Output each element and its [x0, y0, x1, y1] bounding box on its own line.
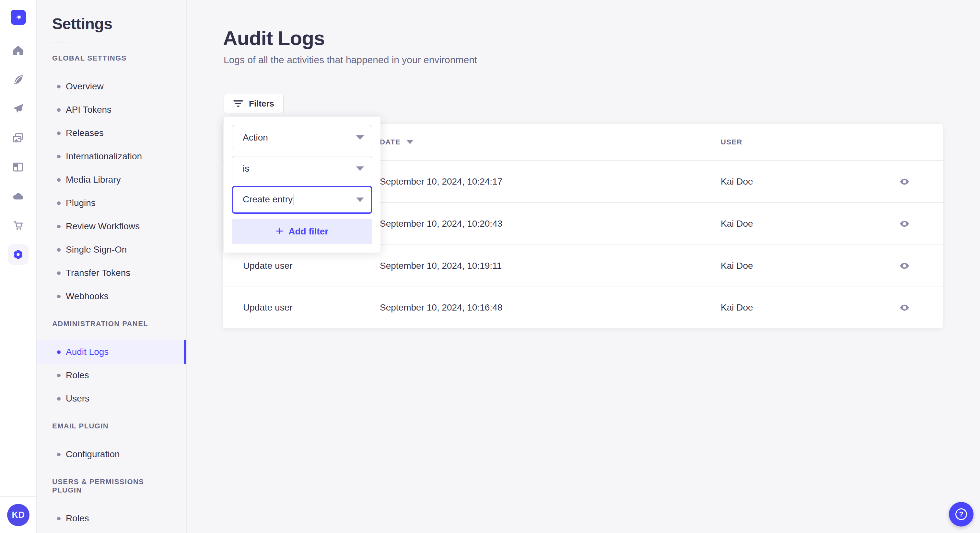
- paper-plane-icon: [12, 102, 25, 115]
- question-mark-icon: ?: [955, 508, 967, 520]
- view-log-button[interactable]: [898, 302, 911, 313]
- add-filter-button[interactable]: + Add filter: [232, 219, 372, 244]
- sidebar-item-deploy[interactable]: [8, 186, 29, 206]
- sidebar-item-media-library[interactable]: [8, 128, 29, 148]
- filter-icon: [233, 100, 243, 108]
- user-avatar[interactable]: KD: [7, 504, 30, 526]
- sidebar-item-api-tokens[interactable]: API Tokens: [37, 98, 186, 121]
- main-nav-rail: KD: [0, 0, 37, 533]
- text-cursor: [294, 194, 294, 205]
- bullet-icon: [57, 155, 60, 159]
- sidebar-item-plugins[interactable]: Plugins: [37, 191, 186, 215]
- media-library-icon: [12, 132, 25, 144]
- sort-descending-icon[interactable]: [406, 140, 414, 144]
- strapi-logo[interactable]: [11, 10, 26, 25]
- filter-value-combobox[interactable]: Create entry: [232, 186, 372, 214]
- chevron-down-icon: [356, 198, 364, 202]
- bullet-icon: [57, 132, 60, 135]
- filters-button[interactable]: Filters: [224, 94, 283, 113]
- table-row: Update user September 10, 2024, 10:16:48…: [223, 287, 943, 328]
- sidebar-item-home[interactable]: [8, 40, 29, 61]
- eye-icon: [900, 220, 909, 227]
- filter-value-text: Create entry: [243, 194, 294, 206]
- filters-button-label: Filters: [249, 99, 274, 109]
- sidebar-item-admin-users[interactable]: Users: [37, 387, 186, 410]
- section-title-global-settings: GLOBAL SETTINGS: [52, 54, 173, 62]
- sidebar-item-settings[interactable]: [8, 244, 29, 265]
- nav-item-label: Overview: [66, 81, 104, 92]
- cell-date: September 10, 2024, 10:16:48: [380, 303, 721, 313]
- sidebar-item-internationalization[interactable]: Internationalization: [37, 145, 186, 168]
- sidebar-item-admin-roles[interactable]: Roles: [37, 364, 186, 387]
- layout-icon: [12, 160, 25, 174]
- sidebar-item-transfer-tokens[interactable]: Transfer Tokens: [37, 261, 186, 285]
- bullet-icon: [57, 351, 60, 354]
- sidebar-item-review-workflows[interactable]: Review Workflows: [37, 215, 186, 238]
- nav-item-label: Roles: [66, 370, 89, 381]
- sidebar-item-audit-logs[interactable]: Audit Logs: [37, 340, 186, 364]
- view-log-button[interactable]: [898, 260, 911, 271]
- filter-operator-value: is: [243, 163, 249, 174]
- eye-icon: [900, 178, 909, 185]
- sidebar-item-overview[interactable]: Overview: [37, 75, 186, 98]
- column-header-user[interactable]: USER: [721, 138, 896, 146]
- bullet-icon: [57, 85, 60, 89]
- chevron-down-icon: [356, 167, 364, 171]
- nav-item-label: Media Library: [66, 174, 121, 185]
- sidebar-item-releases[interactable]: [8, 98, 29, 119]
- nav-item-label: Transfer Tokens: [66, 268, 130, 278]
- nav-item-label: Single Sign-On: [66, 244, 127, 255]
- nav-item-label: Internationalization: [66, 151, 142, 162]
- filter-field-select[interactable]: Action: [232, 125, 372, 150]
- sidebar-item-releases[interactable]: Releases: [37, 121, 186, 145]
- cell-user: Kai Doe: [721, 303, 896, 313]
- subnav-title: Settings: [52, 15, 186, 33]
- filters-popover: Action is Create entry + Add filter: [224, 117, 380, 252]
- bullet-icon: [57, 248, 60, 252]
- chevron-down-icon: [356, 135, 364, 140]
- add-filter-label: Add filter: [288, 226, 328, 237]
- nav-item-label: Roles: [66, 513, 89, 523]
- nav-item-label: Plugins: [66, 198, 95, 208]
- main-content: Audit Logs Logs of all the activities th…: [187, 0, 980, 533]
- column-header-date-label: DATE: [380, 138, 401, 146]
- eye-icon: [900, 304, 909, 311]
- section-title-users-permissions-plugin: USERS & PERMISSIONS PLUGIN: [52, 477, 173, 495]
- sidebar-item-marketplace[interactable]: [8, 215, 29, 236]
- bullet-icon: [57, 271, 60, 275]
- filter-field-value: Action: [243, 132, 268, 143]
- feather-icon: [12, 73, 25, 86]
- view-log-button[interactable]: [898, 218, 911, 229]
- cell-user: Kai Doe: [721, 261, 896, 271]
- nav-item-label: API Tokens: [66, 105, 111, 115]
- sidebar-item-webhooks[interactable]: Webhooks: [37, 285, 186, 308]
- nav-item-label: Webhooks: [66, 291, 108, 301]
- bullet-icon: [57, 225, 60, 228]
- nav-item-label: Configuration: [66, 449, 120, 460]
- settings-subnav: Settings GLOBAL SETTINGS Overview API To…: [37, 0, 187, 533]
- sidebar-item-media-library[interactable]: Media Library: [37, 168, 186, 191]
- bullet-icon: [57, 178, 60, 182]
- sidebar-item-up-roles[interactable]: Roles: [37, 507, 186, 530]
- sidebar-item-content-manager[interactable]: [8, 69, 29, 90]
- page-subtitle: Logs of all the activities that happened…: [224, 54, 477, 65]
- cell-user: Kai Doe: [721, 219, 896, 229]
- nav-item-label: Users: [66, 393, 89, 404]
- view-log-button[interactable]: [898, 176, 911, 187]
- bullet-icon: [57, 374, 60, 377]
- column-header-date[interactable]: DATE: [380, 138, 721, 146]
- rail-divider-bottom: [0, 497, 36, 497]
- bullet-icon: [57, 453, 60, 456]
- sidebar-item-single-sign-on[interactable]: Single Sign-On: [37, 238, 186, 261]
- sidebar-item-up-providers[interactable]: Providers: [37, 530, 186, 533]
- cell-action: Update user: [243, 303, 380, 313]
- help-button[interactable]: ?: [949, 502, 974, 527]
- rail-divider-top: [0, 34, 36, 34]
- sidebar-item-email-configuration[interactable]: Configuration: [37, 443, 186, 466]
- page-title: Audit Logs: [223, 27, 325, 49]
- bullet-icon: [57, 201, 60, 205]
- filter-operator-select[interactable]: is: [232, 156, 372, 181]
- plus-icon: +: [276, 224, 283, 237]
- sidebar-item-content-type-builder[interactable]: [8, 157, 29, 178]
- bullet-icon: [57, 108, 60, 112]
